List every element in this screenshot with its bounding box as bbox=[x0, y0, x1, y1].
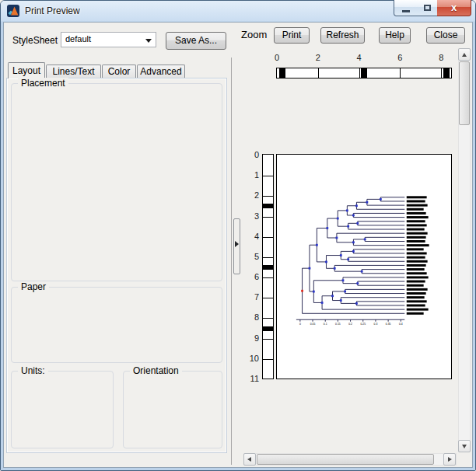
tab-layout[interactable]: Layout bbox=[8, 62, 45, 78]
v-ruler-label: 2 bbox=[243, 190, 259, 200]
vertical-scrollbar-thumb[interactable] bbox=[459, 61, 470, 125]
zoom-label: Zoom bbox=[241, 29, 267, 40]
h-ruler-tick bbox=[359, 68, 360, 78]
scroll-up-button[interactable] bbox=[458, 48, 471, 61]
scroll-down-button[interactable] bbox=[458, 440, 471, 452]
restore-button[interactable] bbox=[416, 0, 438, 16]
tab-color[interactable]: Color bbox=[102, 65, 136, 78]
units-group: Units: bbox=[11, 371, 114, 448]
paper-group: Paper bbox=[11, 287, 222, 363]
v-ruler-label: 9 bbox=[243, 333, 259, 343]
placement-group: Placement bbox=[11, 83, 222, 281]
v-ruler-tick bbox=[263, 277, 273, 278]
splitter-divider bbox=[231, 58, 232, 465]
h-ruler-label: 0 bbox=[271, 53, 283, 62]
svg-text:0.3: 0.3 bbox=[374, 323, 378, 326]
svg-text:0.35: 0.35 bbox=[386, 323, 391, 326]
units-legend: Units: bbox=[18, 365, 48, 376]
h-ruler-label: 2 bbox=[312, 53, 324, 62]
v-ruler-tick bbox=[263, 176, 273, 176]
v-ruler-label: 5 bbox=[243, 252, 259, 261]
svg-text:0.1: 0.1 bbox=[324, 323, 327, 326]
h-ruler-handle[interactable] bbox=[443, 68, 450, 78]
v-ruler-tick bbox=[263, 298, 273, 298]
v-ruler-label: 6 bbox=[243, 272, 259, 281]
v-ruler-tick bbox=[263, 237, 273, 238]
v-ruler-label: 8 bbox=[243, 312, 259, 322]
tab-advanced[interactable]: Advanced bbox=[137, 65, 185, 78]
v-ruler-handle[interactable] bbox=[263, 204, 273, 208]
v-ruler-label: 7 bbox=[243, 292, 259, 302]
help-button[interactable]: Help bbox=[379, 27, 411, 44]
scroll-left-button[interactable] bbox=[243, 453, 256, 466]
stylesheet-label: StyleSheet bbox=[12, 35, 58, 46]
svg-text:0.2: 0.2 bbox=[348, 323, 352, 326]
arrow-left-icon bbox=[247, 457, 251, 462]
v-ruler-handle[interactable] bbox=[263, 326, 273, 331]
refresh-button[interactable]: Refresh bbox=[320, 27, 365, 44]
v-ruler-tick bbox=[263, 318, 273, 319]
restore-icon bbox=[424, 5, 431, 11]
chevron-right-icon bbox=[235, 241, 239, 247]
arrow-down-icon bbox=[462, 445, 467, 448]
v-ruler-label: 4 bbox=[243, 232, 259, 241]
h-ruler-handle[interactable] bbox=[279, 68, 285, 78]
preview-figure-dendrogram: 00.050.10.150.20.250.30.350.4 bbox=[277, 155, 451, 379]
v-ruler-tick bbox=[263, 359, 273, 360]
arrow-right-icon bbox=[448, 457, 452, 462]
v-ruler-tick bbox=[263, 217, 273, 218]
h-ruler-tick bbox=[441, 68, 442, 78]
print-button[interactable]: Print bbox=[274, 27, 310, 44]
svg-text:0.4: 0.4 bbox=[399, 323, 403, 326]
v-ruler-handle[interactable] bbox=[263, 265, 273, 270]
horizontal-scrollbar-thumb[interactable] bbox=[257, 454, 434, 465]
svg-text:0: 0 bbox=[299, 323, 301, 326]
splitter-collapse-handle[interactable] bbox=[233, 218, 240, 274]
chevron-down-icon bbox=[145, 39, 152, 43]
window-title: Print Preview bbox=[25, 5, 80, 16]
v-ruler-label: 10 bbox=[243, 354, 259, 363]
v-ruler-tick bbox=[263, 196, 273, 197]
h-ruler-label: 4 bbox=[353, 53, 366, 62]
svg-text:0.25: 0.25 bbox=[360, 323, 366, 326]
close-button[interactable]: Close bbox=[426, 27, 465, 44]
stylesheet-value: default bbox=[65, 34, 91, 44]
v-ruler-label: 1 bbox=[243, 170, 259, 180]
svg-text:0.15: 0.15 bbox=[335, 323, 341, 326]
paper-legend: Paper bbox=[18, 281, 49, 292]
v-ruler-label: 3 bbox=[243, 211, 259, 221]
preview-page: 00.050.10.150.20.250.30.350.4 bbox=[276, 154, 452, 379]
minimize-button[interactable] bbox=[394, 0, 417, 16]
print-preview-window: Print Preview x StyleSheet default Save … bbox=[0, 0, 476, 471]
v-ruler-tick bbox=[263, 257, 273, 258]
minimize-icon bbox=[402, 10, 410, 12]
scroll-right-button[interactable] bbox=[443, 453, 456, 466]
stylesheet-dropdown[interactable]: default bbox=[61, 32, 156, 47]
close-icon: x bbox=[437, 2, 471, 13]
h-ruler-tick bbox=[400, 68, 401, 78]
v-ruler-label: 0 bbox=[243, 150, 259, 159]
orientation-legend: Orientation bbox=[130, 365, 182, 376]
h-ruler-tick bbox=[318, 68, 319, 78]
placement-legend: Placement bbox=[18, 78, 68, 89]
h-ruler-label: 8 bbox=[435, 53, 447, 62]
orientation-group: Orientation bbox=[123, 371, 222, 448]
save-as-button[interactable]: Save As... bbox=[166, 32, 226, 50]
close-window-button[interactable]: x bbox=[437, 0, 471, 16]
v-ruler-tick bbox=[263, 339, 273, 340]
h-ruler-handle[interactable] bbox=[361, 68, 367, 78]
h-ruler-label: 6 bbox=[394, 53, 406, 62]
svg-text:0.05: 0.05 bbox=[310, 323, 316, 326]
arrow-up-icon bbox=[462, 53, 467, 57]
v-ruler-label: 11 bbox=[243, 374, 259, 383]
matlab-logo-icon bbox=[7, 5, 19, 17]
tab-lines-text[interactable]: Lines/Text bbox=[46, 65, 101, 78]
